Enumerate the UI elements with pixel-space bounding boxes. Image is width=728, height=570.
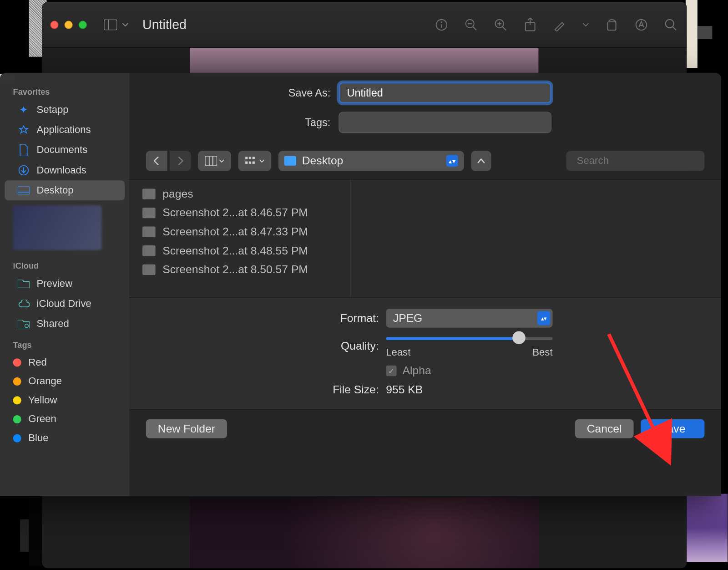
svg-rect-30	[249, 162, 251, 164]
nav-back-button[interactable]	[146, 151, 167, 171]
sidebar-section-favorites: Favorites	[0, 81, 129, 100]
share-icon[interactable]	[522, 17, 538, 32]
file-name: Screenshot 2...at 8.47.33 PM	[162, 225, 308, 239]
svg-line-11	[502, 26, 506, 30]
file-browser: pages Screenshot 2...at 8.46.57 PM Scree…	[129, 179, 721, 298]
folder-icon	[284, 156, 296, 166]
sidebar-tag-red[interactable]: Red	[0, 353, 129, 372]
window-close-button[interactable]	[50, 20, 58, 29]
background-decor	[685, 494, 728, 562]
format-popup[interactable]: JPEG ▴▾	[386, 309, 552, 328]
window-minimize-button[interactable]	[65, 20, 73, 29]
quality-label: Quality:	[146, 340, 379, 353]
sidebar-desktop-preview	[13, 205, 102, 250]
setapp-icon: ✦	[18, 104, 30, 116]
info-icon[interactable]	[434, 17, 449, 32]
sidebar-item-documents[interactable]: Documents	[5, 140, 125, 160]
tag-dot-icon	[13, 396, 21, 404]
markup-icon[interactable]	[552, 17, 567, 32]
sidebar-item-icloud-drive[interactable]: iCloud Drive	[5, 294, 125, 314]
search-icon[interactable]	[663, 17, 678, 32]
tag-label: Red	[28, 356, 47, 368]
format-value: JPEG	[393, 312, 422, 325]
window-title: Untitled	[142, 17, 187, 32]
alpha-label: Alpha	[403, 364, 431, 377]
sidebar-item-applications[interactable]: Applications	[5, 120, 125, 140]
sidebar-item-preview[interactable]: Preview	[5, 274, 125, 294]
sidebar-item-label: Setapp	[37, 104, 69, 116]
svg-point-22	[25, 324, 29, 328]
applications-icon	[18, 124, 30, 136]
tag-dot-icon	[13, 434, 21, 442]
file-row[interactable]: Screenshot 2...at 8.46.57 PM	[129, 204, 350, 223]
format-label: Format:	[146, 312, 379, 325]
file-row[interactable]: Screenshot 2...at 8.47.33 PM	[129, 222, 350, 241]
alpha-checkbox[interactable]: ✓	[386, 366, 396, 376]
sidebar-tag-green[interactable]: Green	[0, 410, 129, 429]
quality-best-label: Best	[532, 346, 552, 358]
tag-label: Yellow	[28, 394, 57, 406]
sidebar-item-label: iCloud Drive	[37, 298, 91, 310]
dialog-main: Save As: Tags:	[129, 73, 721, 496]
svg-rect-14	[607, 21, 616, 30]
file-row[interactable]: Screenshot 2...at 8.48.55 PM	[129, 241, 350, 260]
background-decor	[698, 26, 712, 39]
new-folder-button[interactable]: New Folder	[146, 419, 227, 438]
sidebar-tag-blue[interactable]: Blue	[0, 429, 129, 448]
file-row[interactable]: pages	[129, 184, 350, 204]
save-dialog: Favorites ✦ Setapp Applications Document…	[0, 73, 721, 496]
rotate-icon[interactable]	[604, 17, 620, 32]
tag-dot-icon	[13, 377, 21, 386]
quality-slider[interactable]	[386, 334, 552, 343]
shared-folder-icon	[18, 318, 30, 330]
tag-label: Blue	[28, 433, 48, 444]
chevron-down-icon	[219, 159, 224, 162]
sidebar-item-label: Documents	[37, 144, 88, 156]
tags-label: Tags:	[146, 116, 330, 128]
image-file-icon	[142, 227, 156, 237]
file-name: Screenshot 2...at 8.48.55 PM	[162, 244, 308, 257]
highlight-icon[interactable]	[634, 17, 649, 32]
chevron-down-icon[interactable]	[581, 17, 590, 32]
downloads-icon	[18, 164, 30, 176]
view-mode-button[interactable]	[198, 151, 231, 171]
sidebar-item-setapp[interactable]: ✦ Setapp	[5, 100, 125, 120]
nav-forward-button[interactable]	[170, 151, 191, 171]
chevron-down-icon[interactable]	[121, 18, 129, 31]
document-image	[190, 48, 538, 76]
save-button[interactable]: Save	[641, 419, 704, 438]
sidebar-item-downloads[interactable]: Downloads	[5, 160, 125, 180]
sidebar-item-shared[interactable]: Shared	[5, 314, 125, 334]
tag-label: Orange	[28, 376, 62, 387]
desktop-icon	[18, 184, 30, 196]
documents-icon	[18, 144, 30, 156]
window-zoom-button[interactable]	[79, 20, 87, 29]
zoom-in-icon[interactable]	[493, 17, 508, 32]
sidebar-item-desktop[interactable]: Desktop	[5, 180, 125, 200]
zoom-out-icon[interactable]	[463, 17, 479, 32]
sidebar: Favorites ✦ Setapp Applications Document…	[0, 73, 129, 496]
file-row[interactable]: Screenshot 2...at 8.50.57 PM	[129, 260, 350, 280]
save-as-input[interactable]	[339, 82, 551, 104]
tags-input[interactable]	[339, 112, 551, 133]
cancel-button[interactable]: Cancel	[575, 419, 634, 438]
svg-rect-31	[253, 162, 255, 164]
sidebar-toggle-icon[interactable]	[102, 18, 119, 31]
cloud-icon	[18, 298, 30, 310]
document-image	[190, 497, 538, 568]
search-input[interactable]	[577, 155, 702, 167]
save-as-label: Save As:	[146, 87, 330, 99]
sidebar-section-tags: Tags	[0, 334, 129, 353]
sidebar-tag-orange[interactable]: Orange	[0, 372, 129, 391]
folder-icon	[142, 188, 156, 199]
folder-icon	[18, 278, 30, 290]
location-popup[interactable]: Desktop ▴▾	[278, 151, 464, 171]
background-decor	[686, 0, 698, 68]
slider-thumb[interactable]	[513, 331, 526, 344]
group-by-button[interactable]	[238, 151, 271, 171]
svg-point-4	[441, 21, 442, 22]
sidebar-tag-yellow[interactable]: Yellow	[0, 391, 129, 410]
grid-icon	[245, 157, 257, 165]
collapse-button[interactable]	[471, 151, 491, 171]
image-file-icon	[142, 245, 156, 256]
